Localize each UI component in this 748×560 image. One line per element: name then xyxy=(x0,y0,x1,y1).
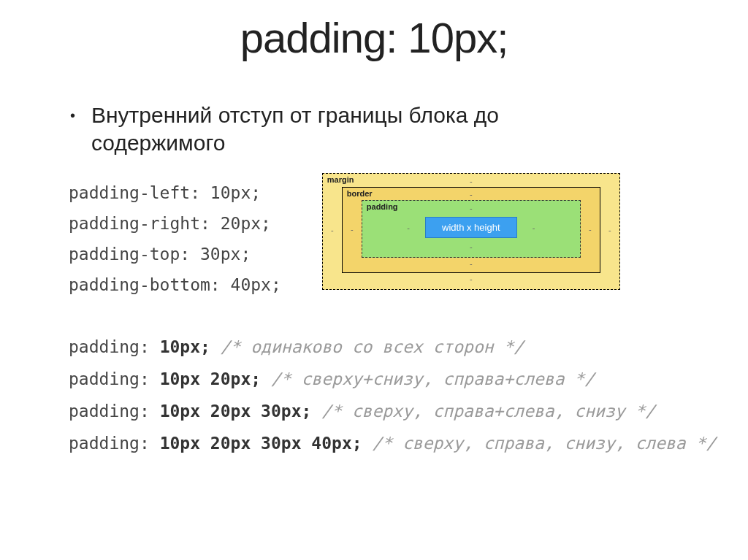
code-line-2: padding-right: 20px; xyxy=(69,208,281,239)
shorthand-line-3: padding: 10px 20px 30px; /* сверху, спра… xyxy=(69,395,748,427)
sh-prop: padding: xyxy=(69,337,150,356)
sh-val: 10px 20px 30px 40px; xyxy=(150,434,362,453)
sh-prop: padding: xyxy=(69,402,150,421)
padding-label: padding xyxy=(367,202,398,211)
bullet-row: • Внутренний отступ от границы блока до … xyxy=(70,101,748,157)
dash: - xyxy=(603,226,617,234)
sh-comment: /* сверху, справа+слева, снизу */ xyxy=(311,402,655,421)
border-layer: border - - padding - - width x hei xyxy=(342,187,600,273)
dash: - xyxy=(470,204,473,212)
dash: - xyxy=(402,223,415,232)
dash: - xyxy=(326,226,339,234)
sh-prop: padding: xyxy=(69,369,150,388)
code-line-4: padding-bottom: 40px; xyxy=(69,269,281,300)
sh-comment: /* сверху, справа, снизу, слева */ xyxy=(362,434,717,453)
sh-comment: /* одинаково со всех сторон */ xyxy=(210,337,524,356)
shorthand-code-block: padding: 10px; /* одинаково со всех стор… xyxy=(69,331,748,459)
sh-val: 10px; xyxy=(150,337,210,356)
border-label: border xyxy=(347,189,373,198)
dash: - xyxy=(470,259,473,268)
sh-val: 10px 20px 30px; xyxy=(150,402,312,421)
bullet-text: Внутренний отступ от границы блока до со… xyxy=(91,101,522,157)
margin-label: margin xyxy=(327,175,354,184)
code-line-1: padding-left: 10px; xyxy=(69,177,281,208)
shorthand-line-1: padding: 10px; /* одинаково со всех стор… xyxy=(69,331,748,363)
shorthand-line-2: padding: 10px 20px; /* сверху+снизу, спр… xyxy=(69,363,748,395)
content-layer: width x height xyxy=(425,217,517,238)
sh-val: 10px 20px; xyxy=(150,369,261,388)
code-line-3: padding-top: 30px; xyxy=(69,239,281,269)
dash: - xyxy=(470,190,473,199)
dash: - xyxy=(527,223,541,232)
page-title: padding: 10px; xyxy=(0,13,748,62)
padding-layer: padding - - width x height - - xyxy=(362,200,581,258)
shorthand-line-4: padding: 10px 20px 30px 40px; /* сверху,… xyxy=(69,427,748,459)
dash: - xyxy=(470,242,473,251)
individual-padding-code: padding-left: 10px; padding-right: 20px;… xyxy=(69,177,281,300)
dash: - xyxy=(470,177,473,185)
sh-comment: /* сверху+снизу, справа+слева */ xyxy=(261,369,595,388)
margin-layer: margin - - border - - padding - xyxy=(322,173,620,290)
dash: - xyxy=(584,225,597,234)
bullet-dot-icon: • xyxy=(70,101,75,129)
dash: - xyxy=(346,225,359,234)
box-model-diagram: margin - - border - - padding - xyxy=(322,173,620,290)
sh-prop: padding: xyxy=(69,434,150,453)
dash: - xyxy=(470,275,473,283)
